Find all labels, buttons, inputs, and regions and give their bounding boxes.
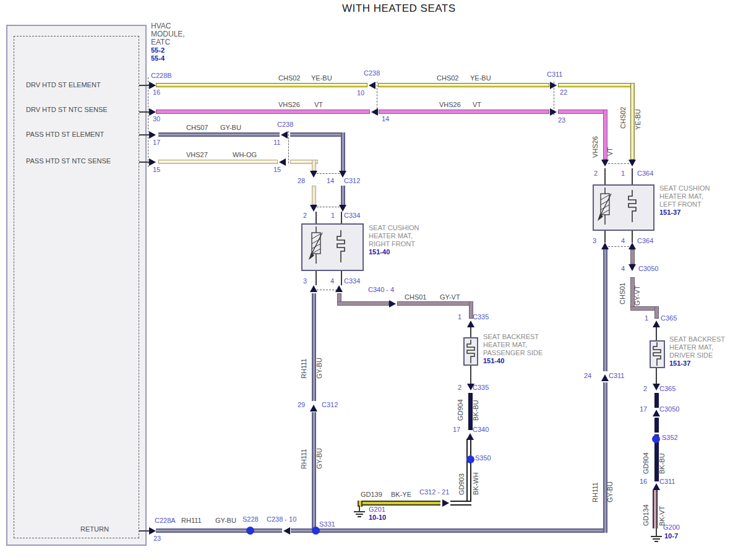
wire-vhs27-seg1 — [158, 160, 278, 164]
wire-label-chs01: CHS01 — [405, 293, 426, 301]
wire-label-bk-wh: BK-WH — [472, 472, 479, 495]
connector-arrow-c311-22 — [550, 82, 557, 89]
connector-arrow-c334-3 — [310, 285, 317, 292]
connector-arrow-c238-15 — [279, 158, 286, 166]
wire-label-vt: VT — [314, 101, 323, 108]
connector-arrow-c340-4 — [389, 300, 396, 308]
pin-number-28: 28 — [298, 177, 305, 184]
module-name-line1: HVAC — [151, 22, 171, 30]
splice-label-s350: S350 — [475, 454, 491, 462]
connector-c228b-dashed-line — [148, 77, 148, 167]
wire-label-gd904-pass: GD904 — [457, 399, 464, 421]
component-page-ref-cushion-left: 151-37 — [659, 209, 680, 216]
component-label-cushion-left-2: HEATER MAT, — [659, 192, 703, 200]
ground-page-ref-g201: 10-10 — [369, 514, 386, 521]
wire-label-ye-bu: YE-BU — [311, 74, 332, 82]
wire-label-gy-bu: GY-BU — [220, 124, 241, 131]
pin-number-2: 2 — [303, 212, 307, 219]
wire-label-vhs27: VHS27 — [186, 151, 208, 158]
pin-number-14: 14 — [382, 115, 389, 123]
wire-chs02-seg1 — [156, 83, 367, 87]
connector-label-c335-bottom: C335 — [473, 384, 489, 391]
wire-chs01-mid-seg1 — [337, 301, 389, 306]
pin-stem — [139, 85, 149, 86]
wire-label-gd904-vertical: GD904 — [642, 452, 650, 474]
component-page-ref-backrest-drv: 151-37 — [669, 360, 690, 367]
connector-arrow-c334-2 — [310, 205, 317, 212]
connector-label-c311-24: C311 — [609, 372, 624, 379]
wire-label-ye-bu: YE-BU — [470, 74, 491, 82]
wire-label-ye-bu-vertical: YE-BU — [634, 109, 641, 130]
pin-stem — [139, 530, 149, 532]
pin-number-1: 1 — [645, 314, 648, 322]
pin-number-23: 23 — [558, 116, 565, 124]
connector-label-c364-bottom: C364 — [637, 237, 653, 244]
component-label-backrest-drv-2: HEATER MAT, — [669, 343, 713, 351]
wire-bkbu-drv-seg1 — [654, 393, 659, 408]
wire-label-chs02-vertical: CHS02 — [619, 107, 627, 129]
pin-number-2: 2 — [458, 384, 461, 391]
component-label-backrest-drv-3: DRIVER SIDE — [669, 351, 713, 359]
wire-label-vt-vertical: VT — [606, 147, 614, 156]
wire-gd134 — [653, 490, 658, 528]
component-page-ref-cushion-right: 151-40 — [369, 248, 390, 256]
wire-gd139 — [358, 501, 440, 506]
pin-line — [470, 366, 471, 384]
wire-bkbu-drv-seg2 — [654, 418, 659, 433]
connector-arrow-c311-23 — [550, 108, 557, 116]
pin-number-1: 1 — [621, 170, 625, 177]
component-label-backrest-drv-1: SEAT BACKREST — [669, 335, 725, 343]
thermistor-icon — [597, 187, 613, 225]
wire-label-gy-vt: GY-VT — [440, 293, 460, 301]
ground-g201-icon — [354, 511, 365, 512]
wire-rh111-right-seg1 — [603, 249, 607, 371]
wire-gd903-horizontal — [450, 501, 471, 506]
connector-label-c365-top: C365 — [661, 314, 677, 322]
pin-number-4: 4 — [330, 277, 334, 285]
pin-number-15: 15 — [273, 166, 281, 173]
connector-arrow-c364-3 — [601, 243, 609, 249]
pin-number-17: 17 — [153, 139, 160, 146]
ground-g201-icon — [358, 516, 361, 517]
connector-arrow-c312-21 — [442, 499, 449, 507]
splice-label-s228: S228 — [242, 515, 259, 523]
wire-label-chs01-vertical: CHS01 — [619, 283, 626, 304]
connector-label-c311-16: C311 — [659, 478, 675, 485]
pin-stem — [139, 111, 149, 113]
connector-arrow-c312-28 — [310, 171, 317, 178]
pin-number-23: 23 — [153, 535, 161, 542]
pin-number-16: 16 — [153, 88, 160, 96]
wire-label-bk-ye: BK-YE — [391, 491, 411, 498]
wire-rh111-bottom-seg2 — [291, 528, 607, 533]
pin-stem — [139, 162, 149, 163]
module-pin-label-return: RETURN — [80, 525, 109, 533]
heater-element-icon — [651, 342, 663, 366]
wire-label-gd903: GD903 — [458, 473, 465, 495]
wire-chs07-vertical — [341, 132, 345, 171]
connector-c334-top-dashed — [314, 207, 343, 207]
connector-arrow-c312-29 — [310, 405, 317, 411]
wire-label-rh111-right: RH111 — [591, 482, 599, 502]
pin-number-29: 29 — [298, 401, 305, 408]
connector-arrow-c334-4 — [335, 285, 343, 292]
connector-arrow-c238-11 — [281, 131, 288, 139]
wire-label-gd134-vertical: GD134 — [642, 504, 650, 526]
component-page-ref-backrest-pass: 151-40 — [483, 357, 504, 364]
pin-line — [656, 327, 657, 340]
connector-arrow-c364-4 — [629, 243, 636, 249]
wire-rh111-mid-seg2 — [312, 412, 316, 528]
pin-line — [470, 327, 471, 337]
wire-rh111-mid-seg1 — [312, 293, 316, 401]
heater-element-icon — [335, 230, 347, 262]
pin-line — [656, 368, 657, 384]
wire-vhs26-seg3 — [558, 110, 607, 114]
wire-vhs27-vertical — [312, 160, 316, 171]
connector-label-c312-top: C312 — [344, 177, 360, 184]
wire-vhs26-seg1 — [156, 110, 370, 114]
pin-number-2: 2 — [594, 170, 598, 177]
connector-label-c312-29: C312 — [322, 401, 338, 408]
pin-number-3: 3 — [303, 277, 307, 285]
connector-arrow-c238-14 — [371, 108, 378, 116]
connector-label-c334-top: C334 — [344, 212, 360, 219]
ground-g200-icon — [654, 541, 658, 542]
